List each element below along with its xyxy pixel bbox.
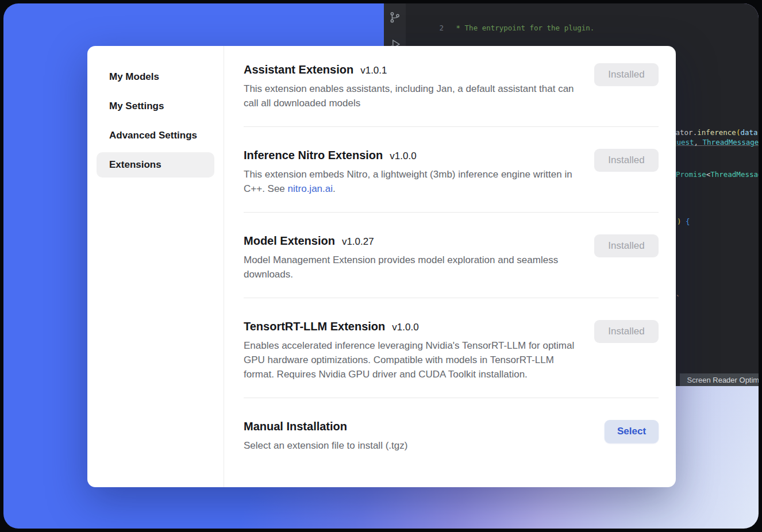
code-fragment-promise: Promise<ThreadMessage> bbox=[676, 170, 759, 179]
manual-installation-row: Manual Installation Select an extension … bbox=[244, 420, 659, 469]
installed-badge: Installed bbox=[594, 234, 659, 257]
sidebar-item-my-models[interactable]: My Models bbox=[97, 64, 214, 90]
manual-installation-title: Manual Installation bbox=[244, 420, 407, 433]
code-line: 2 * The entrypoint for the plugin. bbox=[406, 24, 759, 33]
extension-row-inference-nitro: Inference Nitro Extensionv1.0.0 This ext… bbox=[244, 149, 659, 213]
source-control-icon[interactable] bbox=[388, 10, 401, 24]
extension-title: TensortRT-LLM Extensionv1.0.0 bbox=[244, 320, 582, 333]
sidebar-item-my-settings[interactable]: My Settings bbox=[97, 94, 214, 119]
nitro-jan-ai-link[interactable]: nitro.jan.ai bbox=[288, 183, 333, 194]
extension-version: v1.0.1 bbox=[360, 65, 387, 76]
extension-row-assistant: Assistant Extensionv1.0.1 This extension… bbox=[244, 63, 659, 127]
extension-description: Model Management Extension provides mode… bbox=[244, 253, 582, 282]
manual-installation-description: Select an extension file to install (.tg… bbox=[244, 438, 407, 453]
sidebar-item-advanced-settings[interactable]: Advanced Settings bbox=[97, 123, 214, 148]
extensions-list: Assistant Extensionv1.0.1 This extension… bbox=[224, 46, 676, 487]
line-number: 2 bbox=[406, 24, 444, 33]
installed-badge: Installed bbox=[594, 149, 659, 172]
installed-badge: Installed bbox=[594, 320, 659, 343]
extension-row-tensorrt-llm: TensortRT-LLM Extensionv1.0.0 Enables ac… bbox=[244, 320, 659, 398]
settings-modal: My Models My Settings Advanced Settings … bbox=[87, 46, 676, 487]
extension-description: This extension enables assistants, inclu… bbox=[244, 82, 582, 110]
app-window: 2 * The entrypoint for the plugin. 3 */ … bbox=[3, 3, 759, 529]
extension-version: v1.0.0 bbox=[392, 322, 418, 333]
extension-description: Enables accelerated inference leveraging… bbox=[244, 338, 582, 381]
sidebar-item-extensions[interactable]: Extensions bbox=[97, 152, 214, 178]
select-file-button[interactable]: Select bbox=[605, 420, 659, 443]
extension-title: Assistant Extensionv1.0.1 bbox=[244, 63, 582, 76]
screen-reader-optimized-chip[interactable]: Screen Reader Optimize bbox=[680, 373, 759, 386]
extension-title: Model Extensionv1.0.27 bbox=[244, 234, 582, 248]
code-fragment-inference: rator.inference(data)); bbox=[671, 128, 759, 137]
extension-version: v1.0.0 bbox=[390, 151, 416, 161]
installed-badge: Installed bbox=[594, 63, 659, 86]
screenshot-canvas: 2 * The entrypoint for the plugin. 3 */ … bbox=[0, 0, 762, 532]
extension-description: This extension embeds Nitro, a lightweig… bbox=[244, 167, 582, 196]
extension-title: Inference Nitro Extensionv1.0.0 bbox=[244, 149, 582, 162]
extension-version: v1.0.27 bbox=[342, 236, 374, 247]
extension-row-model: Model Extensionv1.0.27 Model Management … bbox=[244, 234, 659, 298]
settings-sidebar: My Models My Settings Advanced Settings … bbox=[87, 46, 224, 487]
